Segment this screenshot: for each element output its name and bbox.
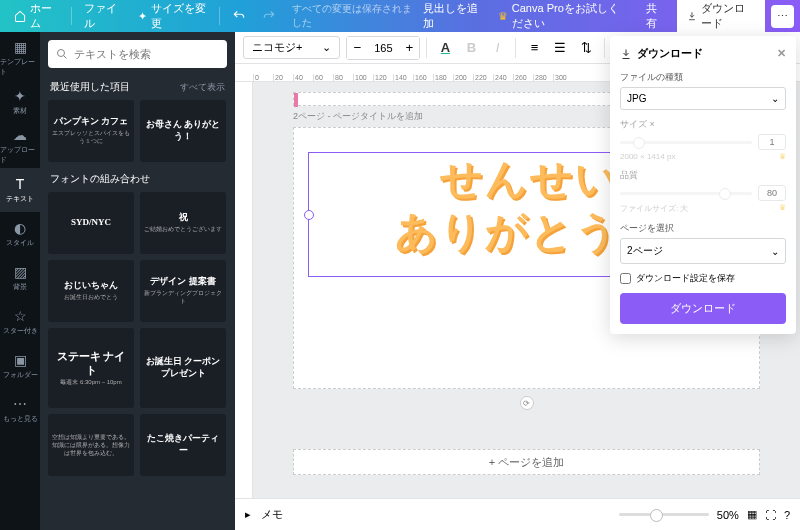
style-icon: ◐ <box>12 220 28 236</box>
nav-bg[interactable]: ▨背景 <box>0 256 40 300</box>
close-icon[interactable]: ✕ <box>777 47 786 60</box>
font-select[interactable]: ニコモジ+⌄ <box>243 36 340 59</box>
add-page-button[interactable]: + ページを追加 <box>293 449 760 475</box>
help-icon[interactable]: ? <box>784 509 790 521</box>
italic-button[interactable]: I <box>485 36 509 60</box>
template-item[interactable]: おじいちゃんお誕生日おめでとう <box>48 260 134 322</box>
template-item[interactable]: ステーキ ナイト毎週末 6:30pm – 10pm <box>48 328 134 408</box>
size-value: 1 <box>758 134 786 150</box>
download-panel: ダウンロード ✕ ファイルの種類 JPG⌄ サイズ × 1 2000 × 141… <box>610 36 796 334</box>
size-minus[interactable]: − <box>347 37 367 59</box>
share-button[interactable]: 共有 <box>638 0 672 35</box>
memo-button[interactable]: メモ <box>261 507 283 522</box>
quality-value: 80 <box>758 185 786 201</box>
top-bar: ホーム ファイル ✦ サイズを変更 すべての変更は保存されました 見出しを追加 … <box>0 0 800 32</box>
crown-icon: ♛ <box>498 10 508 23</box>
quality-slider <box>620 192 752 195</box>
search-input[interactable] <box>74 48 219 60</box>
filetype-select[interactable]: JPG⌄ <box>620 87 786 110</box>
nav-rail: ▦テンプレート ✦素材 ☁アップロード Tテキスト ◐スタイル ▨背景 ☆スター… <box>0 32 40 530</box>
page-nav-icon[interactable]: ▸ <box>245 508 251 521</box>
fullscreen-icon[interactable]: ⛶ <box>765 509 776 521</box>
ruler-vertical <box>235 82 253 498</box>
align-button[interactable]: ≡ <box>522 36 546 60</box>
font-size-group: − + <box>346 36 420 60</box>
redo-icon <box>262 9 276 23</box>
search-box[interactable] <box>48 40 227 68</box>
pages-select[interactable]: 2ページ⌄ <box>620 238 786 264</box>
dl-title: ダウンロード <box>637 46 703 61</box>
try-pro-button[interactable]: ♛Canva Proをお試しください <box>490 0 634 35</box>
nav-upload[interactable]: ☁アップロード <box>0 124 40 168</box>
template-item[interactable]: パンプキン カフェエスプレッソとスパイスをもう１つに <box>48 100 134 162</box>
pages-label: ページを選択 <box>620 222 786 235</box>
file-menu[interactable]: ファイル <box>76 0 131 35</box>
template-item[interactable]: お母さん ありがとう！ <box>140 100 226 162</box>
bg-icon: ▨ <box>12 264 28 280</box>
zoom-value[interactable]: 50% <box>717 509 739 521</box>
crown-icon: ♛ <box>779 152 786 161</box>
spacing-button[interactable]: ⇅ <box>574 36 598 60</box>
text-icon: T <box>12 176 28 192</box>
download-confirm-button[interactable]: ダウンロード <box>620 293 786 324</box>
show-all-link[interactable]: すべて表示 <box>180 81 225 94</box>
bottom-bar: ▸ メモ 50% ▦ ⛶ ? <box>235 498 800 530</box>
template-item[interactable]: たこ焼きパーティー <box>140 414 226 476</box>
download-icon <box>620 48 632 60</box>
template-item[interactable]: 祝ご結婚おめでとうございます <box>140 192 226 254</box>
download-button[interactable]: ダウンロード <box>677 0 765 36</box>
nav-template[interactable]: ▦テンプレート <box>0 36 40 80</box>
list-button[interactable]: ☰ <box>548 36 572 60</box>
home-icon <box>14 9 26 23</box>
star-icon: ☆ <box>12 308 28 324</box>
recent-header: 最近使用した項目 <box>50 80 130 94</box>
folder-icon: ▣ <box>12 352 28 368</box>
add-heading-button[interactable]: 見出しを追加 <box>415 0 486 35</box>
template-item[interactable]: デザイン 提案書新ブランディングプロジェクト <box>140 260 226 322</box>
nav-starred[interactable]: ☆スター付き <box>0 300 40 344</box>
nav-style[interactable]: ◐スタイル <box>0 212 40 256</box>
template-item[interactable]: 空想は知識より重要である。 知識には限界がある。想像力は世界を包み込む。 <box>48 414 134 476</box>
more-icon: ⋯ <box>12 396 28 412</box>
elements-icon: ✦ <box>12 88 28 104</box>
crown-icon: ♛ <box>779 203 786 214</box>
rotate-handle[interactable]: ⟳ <box>520 396 534 410</box>
search-icon <box>56 48 68 60</box>
resize-button[interactable]: ✦ サイズを変更 <box>130 0 215 35</box>
home-button[interactable]: ホーム <box>6 0 67 35</box>
nav-elements[interactable]: ✦素材 <box>0 80 40 124</box>
combo-header: フォントの組み合わせ <box>50 172 150 186</box>
font-size-input[interactable] <box>367 42 399 54</box>
side-panel: 最近使用した項目すべて表示 パンプキン カフェエスプレッソとスパイスをもう１つに… <box>40 32 235 530</box>
size-slider <box>620 141 752 144</box>
template-item[interactable]: お誕生日 クーポン プレゼント <box>140 328 226 408</box>
resize-icon: ✦ <box>138 10 147 23</box>
undo-icon <box>232 9 246 23</box>
chevron-down-icon: ⌄ <box>771 246 779 257</box>
text-color-button[interactable]: A <box>433 36 457 60</box>
upload-icon: ☁ <box>12 127 28 143</box>
size-label: サイズ × <box>620 118 786 131</box>
svg-point-0 <box>58 50 65 57</box>
undo-button[interactable] <box>224 5 254 27</box>
chevron-down-icon: ⌄ <box>322 41 331 54</box>
quality-label: 品質 <box>620 169 786 182</box>
download-icon <box>687 10 697 22</box>
nav-text[interactable]: Tテキスト <box>0 168 40 212</box>
template-item[interactable]: SYD/NYC <box>48 192 134 254</box>
size-plus[interactable]: + <box>399 37 419 59</box>
grid-view-icon[interactable]: ▦ <box>747 508 757 521</box>
zoom-slider[interactable] <box>619 513 709 516</box>
bold-button[interactable]: B <box>459 36 483 60</box>
nav-folder[interactable]: ▣フォルダー <box>0 344 40 388</box>
save-settings-checkbox[interactable]: ダウンロード設定を保存 <box>620 272 786 285</box>
more-button[interactable]: ⋯ <box>771 5 794 28</box>
redo-button[interactable] <box>254 5 284 27</box>
nav-more[interactable]: ⋯もっと見る <box>0 388 40 432</box>
save-status: すべての変更は保存されました <box>292 2 415 30</box>
template-icon: ▦ <box>12 39 28 55</box>
chevron-down-icon: ⌄ <box>771 93 779 104</box>
filetype-label: ファイルの種類 <box>620 71 786 84</box>
